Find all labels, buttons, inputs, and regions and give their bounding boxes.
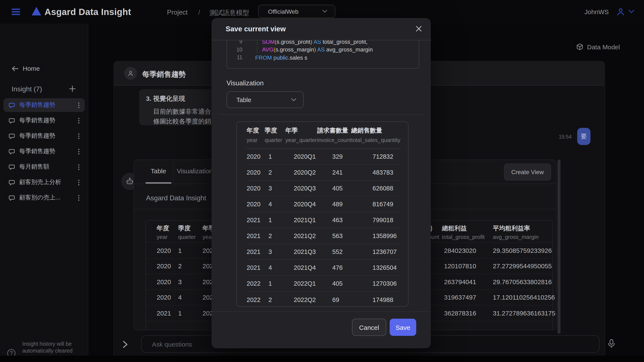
- column-label-zh: 年度: [157, 224, 169, 233]
- cell-year-quarter: 2021Q4: [294, 264, 332, 271]
- chat-bubble-icon: [8, 102, 15, 108]
- cube-icon: [576, 43, 583, 51]
- cell-avg-gross-margin: 17.120110256410256: [493, 294, 555, 301]
- cell-year: 2021: [247, 233, 268, 239]
- save-button[interactable]: Save: [390, 319, 416, 336]
- kebab-menu-icon[interactable]: [78, 148, 80, 155]
- kebab-menu-icon[interactable]: [78, 195, 80, 201]
- column-label-en: year: [157, 234, 169, 240]
- table-row: 2022 2 2022Q2 69 174988: [247, 292, 400, 307]
- kebab-menu-icon[interactable]: [78, 133, 80, 139]
- conversation-avatar: [124, 67, 137, 80]
- column-label-en: year: [247, 137, 264, 143]
- sidebar-item-label: 每月銷售額: [19, 163, 49, 171]
- cell-invoice-count: 241: [332, 169, 372, 176]
- column-label-zh: 年度: [247, 126, 264, 135]
- cell-quarter: 1: [268, 153, 294, 160]
- cell-quarter: 1: [178, 309, 182, 317]
- workspace-select[interactable]: OfficialWeb: [258, 5, 335, 18]
- result-scrollbar[interactable]: [558, 159, 560, 334]
- sidebar-item-insight[interactable]: 每季銷售趨勢: [4, 144, 85, 158]
- breadcrumb-model[interactable]: 測試語意模型: [210, 9, 249, 18]
- kebab-menu-icon[interactable]: [78, 179, 80, 186]
- column-label-en: avg_gross_margin: [493, 234, 539, 240]
- cell-year: 2020: [247, 153, 268, 160]
- cell-invoice-count: 405: [332, 185, 372, 192]
- chart-type-value: Table: [236, 96, 251, 103]
- cell-total-gross-profit: 284023020: [444, 247, 476, 254]
- cell-total-gross-profit: 362878316: [444, 309, 476, 317]
- cell-quarter: 1: [268, 280, 294, 287]
- tab-table[interactable]: Table: [151, 167, 166, 174]
- sidebar: Home Insight (7) 每季銷售趨勢 每季銷售趨勢: [0, 24, 88, 355]
- sidebar-item-insight[interactable]: 顧客別の売上...: [4, 191, 85, 205]
- cell-invoice-count: 489: [332, 201, 372, 208]
- divider: [212, 311, 431, 312]
- hamburger-menu-icon[interactable]: [12, 9, 20, 15]
- chart-type-select[interactable]: Table: [226, 91, 304, 108]
- cell-invoice-count: 69: [332, 296, 372, 303]
- breadcrumb-separator: /: [198, 9, 200, 16]
- result-column-header: 總粗利益 total_gross_profit: [442, 224, 484, 240]
- sidebar-home-button[interactable]: Home: [12, 65, 40, 72]
- sidebar-item-label: 每季銷售趨勢: [19, 117, 55, 124]
- cell-quarter: 1: [178, 247, 182, 254]
- modal-title: Save current view: [226, 25, 286, 33]
- breadcrumb-project[interactable]: Project: [167, 9, 188, 16]
- result-source-label: Asgard Data Insight: [146, 194, 206, 202]
- cell-quarter: 3: [178, 278, 182, 285]
- cell-year-quarter: 2020Q4: [294, 201, 332, 208]
- divider: [219, 114, 424, 114]
- sidebar-item-label: 顧客別売上分析: [19, 178, 61, 186]
- cell-total-gross-profit: 263794041: [444, 278, 476, 285]
- add-insight-button[interactable]: [69, 85, 76, 92]
- cell-year: 2021: [157, 309, 171, 317]
- modal-column-header: 年季 year_quarter: [286, 126, 317, 148]
- column-label-zh: 年季: [286, 126, 317, 135]
- chat-bubble-icon: [8, 148, 15, 155]
- sidebar-item-insight[interactable]: 每季銷售趨勢: [4, 98, 85, 112]
- cell-total-gross-profit: 319637497: [444, 294, 476, 301]
- column-label-en: quarter: [264, 137, 286, 143]
- sidebar-home-label: Home: [23, 65, 40, 72]
- user-avatar-icon[interactable]: [616, 7, 625, 16]
- sidebar-item-insight[interactable]: 每月銷售額: [4, 160, 85, 174]
- modal-preview-table: 年度 year 季度 quarter 年季 year_quarter 請求書數量…: [236, 121, 408, 307]
- app-title: Asgard Data Insight: [44, 7, 131, 17]
- sidebar-item-label: 顧客別の売上...: [19, 194, 60, 202]
- tab-visualization[interactable]: Visualization: [177, 167, 213, 174]
- sidebar-item-insight[interactable]: 每季銷售趨勢: [4, 129, 85, 143]
- cell-year: 2020: [247, 201, 268, 208]
- result-column-header: 平均粗利益率 avg_gross_margin: [493, 224, 539, 240]
- kebab-menu-icon[interactable]: [78, 102, 80, 108]
- data-model-button[interactable]: Data Model: [576, 43, 620, 51]
- column-label-en: quarter: [178, 234, 196, 240]
- microphone-icon[interactable]: [607, 339, 616, 348]
- column-label-zh: 季度: [178, 224, 196, 233]
- create-view-button[interactable]: Create View: [504, 163, 551, 180]
- kebab-menu-icon[interactable]: [78, 117, 80, 124]
- user-name: JohnWS: [584, 8, 609, 16]
- modal-column-header: 請求書數量 invoice_count: [317, 126, 351, 148]
- cancel-button[interactable]: Cancel: [352, 319, 386, 336]
- close-icon[interactable]: [415, 25, 422, 32]
- user-menu-chevron-icon[interactable]: [628, 10, 634, 13]
- cell-avg-gross-margin: 27.27299544950055: [493, 263, 552, 270]
- chevron-right-icon[interactable]: [122, 340, 128, 348]
- column-label-en: total_sales_quantity: [351, 137, 400, 143]
- cell-year: 2022: [247, 296, 268, 303]
- kebab-menu-icon[interactable]: [78, 164, 80, 170]
- cell-year: 2020: [157, 294, 171, 301]
- cell-invoice-count: 329: [332, 153, 372, 160]
- cell-year-quarter: 2022Q2: [294, 296, 332, 303]
- cell-year: 2020: [157, 278, 171, 285]
- sidebar-item-insight[interactable]: 顧客別売上分析: [4, 175, 85, 189]
- cell-total-sales: 1270306: [372, 280, 400, 287]
- cell-year: 2021: [247, 264, 268, 271]
- user-message-bubble: 要: [577, 128, 590, 145]
- sidebar-item-insight[interactable]: 每季銷售趨勢: [4, 114, 85, 127]
- modal-column-header: 年度 year: [247, 126, 264, 148]
- modal-column-header: 總銷售數量 total_sales_quantity: [351, 126, 400, 148]
- cell-year-quarter: 2020Q1: [294, 153, 332, 160]
- sidebar-item-label: 每季銷售趨勢: [19, 101, 55, 109]
